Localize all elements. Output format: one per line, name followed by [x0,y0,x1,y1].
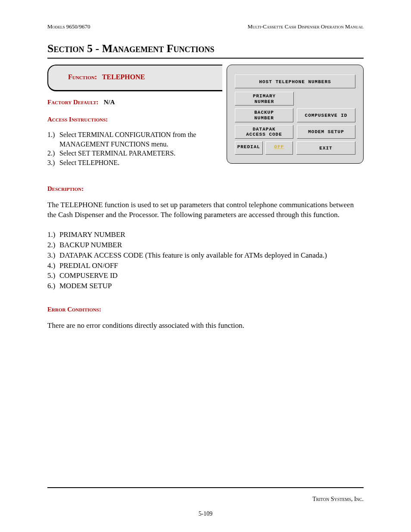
access-instructions-list: 1.) Select TERMINAL CONFIGURATION from t… [47,130,222,167]
footer-company: Triton Systems, Inc. [47,496,364,503]
datapak-access-code-button[interactable]: DATAPAK ACCESS CODE [235,125,293,139]
parameter-item: 4.)PREDIAL ON/OFF [47,261,364,271]
parameter-item: 1.)PRIMARY NUMBER [47,230,364,240]
page-header: Models 9650/9670 Multi-Cassette Cash Dis… [47,23,364,30]
parameter-item: 3.)DATAPAK ACCESS CODE (This feature is … [47,250,364,261]
function-label-value: TELEPHONE [102,73,145,81]
footer-divider [47,487,364,488]
predial-state: OFF [265,141,293,155]
modem-setup-button[interactable]: MODEM SETUP [297,125,355,139]
function-label: Function: TELEPHONE [68,73,145,81]
instruction-item: 1.) Select TERMINAL CONFIGURATION from t… [47,130,222,149]
screen-empty-slot [297,92,355,106]
parameter-item: 6.)MODEM SETUP [47,281,364,291]
factory-default-value: N/A [104,99,115,106]
page-footer: Triton Systems, Inc. 5-109 [47,487,364,517]
instruction-item: 2.) Select SET TERMINAL PARAMETERS. [47,149,222,158]
access-instructions-label: Access Instructions: [47,116,108,123]
function-label-prefix: Function: [68,73,97,81]
primary-number-button[interactable]: PRIMARY NUMBER [235,92,294,106]
parameter-item: 5.)COMPUSERVE ID [47,271,364,281]
compuserve-id-button[interactable]: COMPUSERVE ID [297,108,355,122]
factory-default-label: Factory Default: [47,99,99,106]
description-label: Description: [47,185,364,193]
exit-button[interactable]: EXIT [296,141,355,155]
error-conditions-label: Error Conditions: [47,306,364,313]
section-divider [47,58,364,59]
predial-button[interactable]: PREDIAL [235,141,263,155]
screen-title: HOST TELEPHONE NUMBERS [235,75,355,88]
instruction-item: 3.) Select TELEPHONE. [47,158,222,168]
parameter-item: 2.)BACKUP NUMBER [47,240,364,250]
header-left: Models 9650/9670 [47,23,90,30]
factory-default-row: Factory Default: N/A [47,98,222,106]
header-right: Multi-Cassette Cash Dispenser Operation … [248,23,364,30]
parameter-list: 1.)PRIMARY NUMBER 2.)BACKUP NUMBER 3.)DA… [47,230,364,291]
terminal-screen: HOST TELEPHONE NUMBERS PRIMARY NUMBER BA… [227,65,364,164]
error-conditions-text: There are no error conditions directly a… [47,321,364,331]
description-text: The TELEPHONE function is used to set up… [47,200,364,220]
section-title: Section 5 - Management Functions [47,42,364,55]
backup-number-button[interactable]: BACKUP NUMBER [235,108,293,122]
footer-page-number: 5-109 [47,510,364,517]
function-box: Function: TELEPHONE [47,65,222,91]
